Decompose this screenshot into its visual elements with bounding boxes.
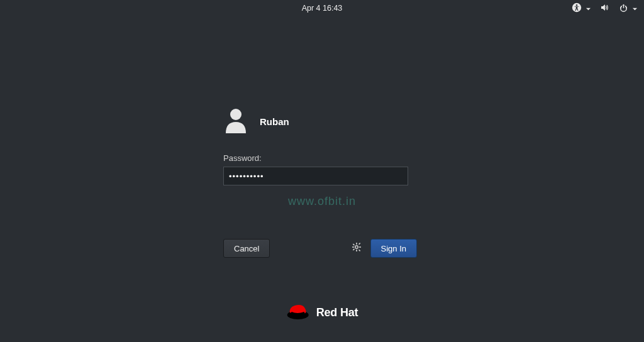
svg-rect-9: [352, 246, 354, 248]
user-avatar-icon: [223, 107, 248, 136]
top-bar: Apr 4 16:43: [0, 0, 644, 18]
svg-rect-14: [352, 248, 354, 250]
svg-rect-11: [352, 243, 354, 245]
status-area[interactable]: [572, 3, 638, 15]
watermark-text: www.ofbit.in: [288, 195, 356, 208]
svg-rect-8: [356, 250, 357, 251]
svg-rect-5: [623, 4, 625, 8]
password-label: Password:: [223, 153, 418, 163]
svg-rect-10: [359, 246, 361, 248]
username-label: Ruban: [260, 116, 289, 127]
svg-point-1: [576, 4, 578, 6]
brand-logo: Red Hat: [286, 302, 358, 323]
svg-rect-13: [358, 243, 360, 245]
redhat-icon: [286, 302, 310, 323]
cancel-button[interactable]: Cancel: [223, 239, 270, 258]
user-row: Ruban: [223, 107, 418, 136]
gear-icon: [352, 242, 362, 255]
accessibility-icon[interactable]: [572, 3, 582, 15]
svg-rect-7: [356, 243, 357, 245]
login-panel: Ruban Password:: [223, 107, 418, 185]
clock[interactable]: Apr 4 16:43: [302, 4, 343, 13]
power-icon[interactable]: [619, 3, 628, 15]
session-options-button[interactable]: [348, 240, 365, 257]
action-row: Cancel Sign In: [223, 239, 417, 258]
sign-in-button[interactable]: Sign In: [370, 239, 417, 258]
brand-name: Red Hat: [316, 306, 358, 319]
chevron-down-icon[interactable]: [586, 3, 591, 14]
svg-point-6: [230, 109, 242, 120]
svg-rect-12: [358, 250, 360, 251]
volume-icon[interactable]: [600, 3, 610, 15]
password-input[interactable]: [223, 167, 408, 185]
chevron-down-icon[interactable]: [632, 3, 638, 14]
